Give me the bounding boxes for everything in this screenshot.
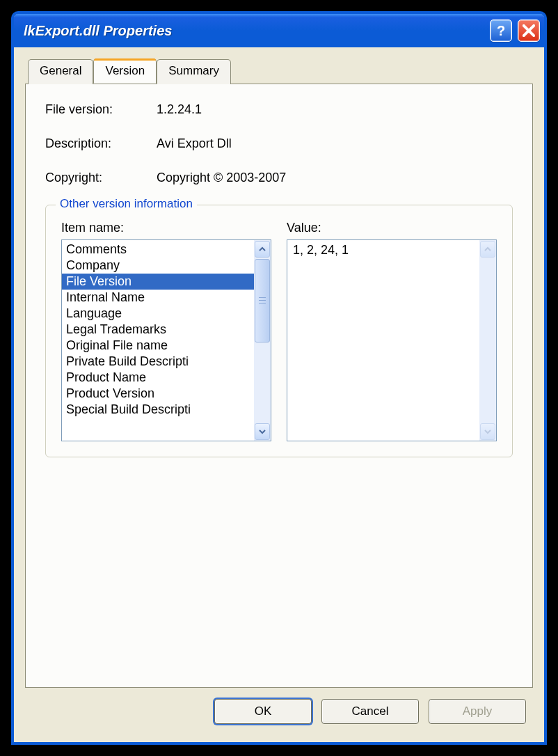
titlebar: lkExport.dll Properties — [14, 14, 544, 47]
item-name-listbox[interactable]: CommentsCompanyFile VersionInternal Name… — [61, 239, 271, 441]
client-area: General Version Summary File version: 1.… — [14, 47, 544, 742]
copyright-label: Copyright: — [45, 171, 143, 185]
scroll-down-button — [480, 423, 495, 440]
value-text: 1, 2, 24, 1 — [287, 240, 479, 441]
list-item[interactable]: Internal Name — [62, 290, 254, 306]
list-item[interactable]: Private Build Descripti — [62, 354, 254, 370]
tab-summary[interactable]: Summary — [157, 59, 231, 84]
dialog-footer: OK Cancel Apply — [25, 688, 533, 731]
field-description: Description: Avi Export Dll — [45, 136, 513, 151]
list-item[interactable]: Legal Trademarks — [62, 322, 254, 338]
tab-general[interactable]: General — [28, 59, 93, 84]
scroll-track[interactable] — [254, 343, 271, 423]
list-item[interactable]: File Version — [62, 274, 254, 290]
field-copyright: Copyright: Copyright © 2003-2007 — [45, 171, 513, 185]
field-file-version: File version: 1.2.24.1 — [45, 102, 513, 117]
list-item[interactable]: Comments — [62, 242, 254, 258]
description-value: Avi Export Dll — [157, 136, 232, 151]
groupbox-legend: Other version information — [56, 197, 197, 211]
tab-version[interactable]: Version — [93, 58, 157, 84]
chevron-up-icon — [484, 246, 491, 253]
other-version-info-group: Other version information Item name: Com… — [45, 205, 513, 457]
tab-panel-version: File version: 1.2.24.1 Description: Avi … — [25, 84, 533, 688]
list-item[interactable]: Product Name — [62, 370, 254, 386]
scroll-up-button[interactable] — [255, 241, 270, 258]
description-label: Description: — [45, 136, 143, 151]
window-title: lkExport.dll Properties — [24, 23, 484, 39]
scroll-up-button — [480, 241, 495, 258]
file-version-value: 1.2.24.1 — [157, 102, 202, 117]
chevron-down-icon — [259, 428, 266, 435]
list-item[interactable]: Language — [62, 306, 254, 322]
scroll-track — [479, 258, 496, 423]
listbox-scrollbar[interactable] — [254, 240, 271, 441]
valuebox-scrollbar — [479, 240, 496, 441]
close-icon — [523, 24, 535, 37]
value-label: Value: — [287, 221, 497, 235]
value-textbox[interactable]: 1, 2, 24, 1 — [287, 239, 497, 441]
item-name-label: Item name: — [61, 221, 271, 235]
close-button[interactable] — [518, 19, 540, 42]
ok-button[interactable]: OK — [214, 699, 312, 724]
scroll-down-button[interactable] — [255, 423, 270, 440]
scroll-thumb[interactable] — [255, 259, 270, 342]
properties-dialog: lkExport.dll Properties General Version … — [11, 11, 547, 745]
tab-strip: General Version Summary — [25, 58, 533, 84]
apply-button: Apply — [429, 699, 526, 724]
list-item[interactable]: Original File name — [62, 338, 254, 354]
chevron-down-icon — [484, 428, 491, 435]
list-item[interactable]: Product Version — [62, 386, 254, 402]
copyright-value: Copyright © 2003-2007 — [157, 171, 286, 185]
file-version-label: File version: — [45, 102, 143, 117]
cancel-button[interactable]: Cancel — [321, 699, 419, 724]
list-item[interactable]: Special Build Descripti — [62, 402, 254, 418]
chevron-up-icon — [259, 246, 266, 253]
help-button[interactable] — [490, 19, 512, 42]
list-item[interactable]: Company — [62, 258, 254, 274]
